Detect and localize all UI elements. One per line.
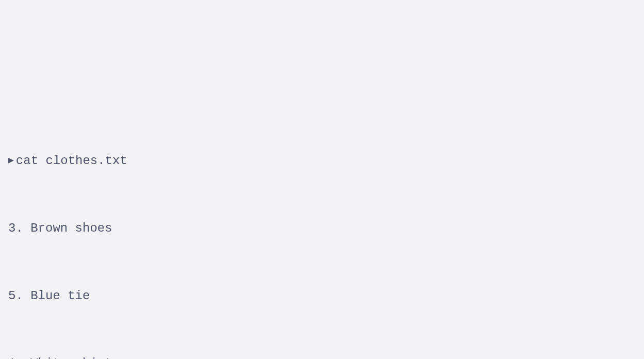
prompt-line-1: ▶cat clothes.txt [8, 150, 636, 172]
command-1: cat clothes.txt [16, 150, 127, 172]
output-line: 3. Brown shoes [8, 217, 636, 240]
prompt-arrow-icon: ▶ [8, 152, 14, 169]
terminal-session: ▶cat clothes.txt 3. Brown shoes 5. Blue … [8, 105, 636, 359]
output-line: 5. Blue tie [8, 285, 636, 307]
output-line: 1. White shirt [8, 352, 636, 359]
